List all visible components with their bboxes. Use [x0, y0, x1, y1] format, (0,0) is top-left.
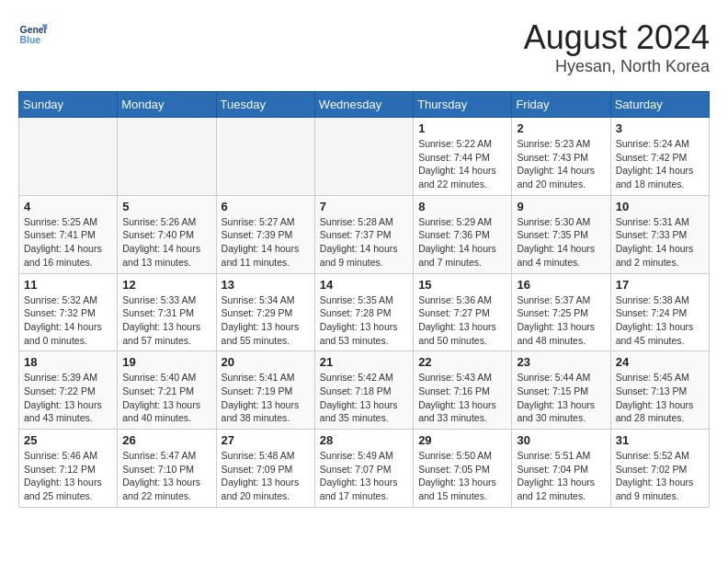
calendar-day-cell: 13Sunrise: 5:34 AMSunset: 7:29 PMDayligh…: [216, 273, 314, 351]
day-number: 13: [222, 278, 310, 292]
day-info: Sunrise: 5:44 AMSunset: 7:15 PMDaylight:…: [517, 371, 605, 425]
day-info: Sunrise: 5:29 AMSunset: 7:36 PMDaylight:…: [418, 215, 506, 270]
day-number: 29: [418, 433, 506, 447]
day-info: Sunrise: 5:23 AMSunset: 7:43 PMDaylight:…: [517, 137, 605, 191]
svg-text:Blue: Blue: [20, 35, 41, 45]
calendar-day-cell: 27Sunrise: 5:48 AMSunset: 7:09 PMDayligh…: [216, 430, 314, 508]
day-info: Sunrise: 5:51 AMSunset: 7:04 PMDaylight:…: [517, 449, 605, 503]
day-info: Sunrise: 5:48 AMSunset: 7:09 PMDaylight:…: [222, 449, 310, 503]
day-info: Sunrise: 5:37 AMSunset: 7:25 PMDaylight:…: [517, 293, 605, 348]
weekday-header: Tuesday: [216, 92, 314, 118]
day-number: 26: [122, 433, 210, 447]
day-info: Sunrise: 5:49 AMSunset: 7:07 PMDaylight:…: [320, 449, 408, 503]
day-info: Sunrise: 5:39 AMSunset: 7:22 PMDaylight:…: [24, 371, 112, 425]
day-number: 15: [418, 278, 506, 292]
calendar-day-cell: [314, 118, 413, 196]
day-number: 25: [24, 433, 112, 447]
day-number: 23: [517, 355, 605, 369]
day-number: 21: [320, 355, 408, 369]
calendar-day-cell: [19, 118, 118, 196]
logo-icon: General Blue: [18, 18, 48, 48]
calendar-day-cell: 21Sunrise: 5:42 AMSunset: 7:18 PMDayligh…: [314, 351, 413, 430]
calendar-day-cell: [118, 118, 216, 196]
day-info: Sunrise: 5:33 AMSunset: 7:31 PMDaylight:…: [122, 293, 210, 348]
title-block: August 2024 Hyesan, North Korea: [524, 18, 710, 76]
calendar-week-row: 25Sunrise: 5:46 AMSunset: 7:12 PMDayligh…: [19, 430, 710, 508]
location-title: Hyesan, North Korea: [524, 57, 710, 76]
calendar-day-cell: 6Sunrise: 5:27 AMSunset: 7:39 PMDaylight…: [216, 195, 314, 273]
weekday-header: Saturday: [610, 92, 709, 118]
calendar-day-cell: 18Sunrise: 5:39 AMSunset: 7:22 PMDayligh…: [19, 351, 118, 430]
day-number: 17: [616, 278, 704, 292]
calendar-day-cell: 11Sunrise: 5:32 AMSunset: 7:32 PMDayligh…: [19, 273, 118, 351]
day-info: Sunrise: 5:32 AMSunset: 7:32 PMDaylight:…: [24, 293, 112, 348]
day-info: Sunrise: 5:52 AMSunset: 7:02 PMDaylight:…: [616, 449, 704, 503]
calendar-week-row: 1Sunrise: 5:22 AMSunset: 7:44 PMDaylight…: [19, 118, 710, 196]
weekday-header: Thursday: [414, 92, 512, 118]
calendar-day-cell: 10Sunrise: 5:31 AMSunset: 7:33 PMDayligh…: [610, 195, 709, 273]
day-info: Sunrise: 5:50 AMSunset: 7:05 PMDaylight:…: [418, 449, 506, 503]
weekday-header: Wednesday: [314, 92, 413, 118]
day-info: Sunrise: 5:24 AMSunset: 7:42 PMDaylight:…: [616, 137, 704, 191]
calendar-day-cell: 24Sunrise: 5:45 AMSunset: 7:13 PMDayligh…: [610, 351, 709, 430]
calendar-day-cell: 15Sunrise: 5:36 AMSunset: 7:27 PMDayligh…: [414, 273, 512, 351]
calendar-week-row: 18Sunrise: 5:39 AMSunset: 7:22 PMDayligh…: [19, 351, 710, 430]
weekday-header-row: SundayMondayTuesdayWednesdayThursdayFrid…: [19, 92, 710, 118]
day-info: Sunrise: 5:47 AMSunset: 7:10 PMDaylight:…: [122, 449, 210, 503]
calendar-day-cell: 25Sunrise: 5:46 AMSunset: 7:12 PMDayligh…: [19, 430, 118, 508]
day-number: 7: [320, 200, 408, 213]
day-info: Sunrise: 5:36 AMSunset: 7:27 PMDaylight:…: [418, 293, 506, 348]
calendar-day-cell: 16Sunrise: 5:37 AMSunset: 7:25 PMDayligh…: [512, 273, 610, 351]
page-header: General Blue August 2024 Hyesan, North K…: [18, 18, 710, 76]
day-number: 14: [320, 278, 408, 292]
calendar-day-cell: [216, 118, 314, 196]
day-number: 30: [517, 433, 605, 447]
calendar-day-cell: 31Sunrise: 5:52 AMSunset: 7:02 PMDayligh…: [610, 430, 709, 508]
calendar-day-cell: 3Sunrise: 5:24 AMSunset: 7:42 PMDaylight…: [610, 118, 709, 196]
day-number: 4: [24, 200, 112, 213]
calendar-day-cell: 26Sunrise: 5:47 AMSunset: 7:10 PMDayligh…: [118, 430, 216, 508]
day-info: Sunrise: 5:42 AMSunset: 7:18 PMDaylight:…: [320, 371, 408, 425]
day-number: 12: [122, 278, 210, 292]
calendar-day-cell: 5Sunrise: 5:26 AMSunset: 7:40 PMDaylight…: [118, 195, 216, 273]
calendar-day-cell: 19Sunrise: 5:40 AMSunset: 7:21 PMDayligh…: [118, 351, 216, 430]
day-info: Sunrise: 5:27 AMSunset: 7:39 PMDaylight:…: [222, 215, 310, 270]
calendar-day-cell: 14Sunrise: 5:35 AMSunset: 7:28 PMDayligh…: [314, 273, 413, 351]
day-number: 24: [616, 355, 704, 369]
day-number: 11: [24, 278, 112, 292]
calendar-day-cell: 28Sunrise: 5:49 AMSunset: 7:07 PMDayligh…: [314, 430, 413, 508]
day-number: 16: [517, 278, 605, 292]
day-info: Sunrise: 5:41 AMSunset: 7:19 PMDaylight:…: [222, 371, 310, 425]
day-number: 9: [517, 200, 605, 213]
calendar-day-cell: 20Sunrise: 5:41 AMSunset: 7:19 PMDayligh…: [216, 351, 314, 430]
day-number: 27: [222, 433, 310, 447]
day-info: Sunrise: 5:43 AMSunset: 7:16 PMDaylight:…: [418, 371, 506, 425]
day-info: Sunrise: 5:25 AMSunset: 7:41 PMDaylight:…: [24, 215, 112, 270]
calendar-day-cell: 8Sunrise: 5:29 AMSunset: 7:36 PMDaylight…: [414, 195, 512, 273]
day-info: Sunrise: 5:45 AMSunset: 7:13 PMDaylight:…: [616, 371, 704, 425]
calendar-day-cell: 4Sunrise: 5:25 AMSunset: 7:41 PMDaylight…: [19, 195, 118, 273]
day-info: Sunrise: 5:31 AMSunset: 7:33 PMDaylight:…: [616, 215, 704, 270]
day-info: Sunrise: 5:35 AMSunset: 7:28 PMDaylight:…: [320, 293, 408, 348]
calendar-day-cell: 2Sunrise: 5:23 AMSunset: 7:43 PMDaylight…: [512, 118, 610, 196]
day-number: 1: [418, 121, 506, 135]
calendar-day-cell: 12Sunrise: 5:33 AMSunset: 7:31 PMDayligh…: [118, 273, 216, 351]
day-number: 19: [122, 355, 210, 369]
calendar-day-cell: 29Sunrise: 5:50 AMSunset: 7:05 PMDayligh…: [414, 430, 512, 508]
calendar-day-cell: 7Sunrise: 5:28 AMSunset: 7:37 PMDaylight…: [314, 195, 413, 273]
day-info: Sunrise: 5:28 AMSunset: 7:37 PMDaylight:…: [320, 215, 408, 270]
calendar-day-cell: 1Sunrise: 5:22 AMSunset: 7:44 PMDaylight…: [414, 118, 512, 196]
day-info: Sunrise: 5:30 AMSunset: 7:35 PMDaylight:…: [517, 215, 605, 270]
day-number: 8: [418, 200, 506, 213]
calendar-week-row: 4Sunrise: 5:25 AMSunset: 7:41 PMDaylight…: [19, 195, 710, 273]
day-number: 20: [222, 355, 310, 369]
weekday-header: Monday: [118, 92, 216, 118]
day-number: 10: [616, 200, 704, 213]
day-number: 3: [616, 121, 704, 135]
weekday-header: Friday: [512, 92, 610, 118]
day-number: 6: [222, 200, 310, 213]
calendar-day-cell: 22Sunrise: 5:43 AMSunset: 7:16 PMDayligh…: [414, 351, 512, 430]
calendar-day-cell: 30Sunrise: 5:51 AMSunset: 7:04 PMDayligh…: [512, 430, 610, 508]
calendar-week-row: 11Sunrise: 5:32 AMSunset: 7:32 PMDayligh…: [19, 273, 710, 351]
calendar-day-cell: 9Sunrise: 5:30 AMSunset: 7:35 PMDaylight…: [512, 195, 610, 273]
